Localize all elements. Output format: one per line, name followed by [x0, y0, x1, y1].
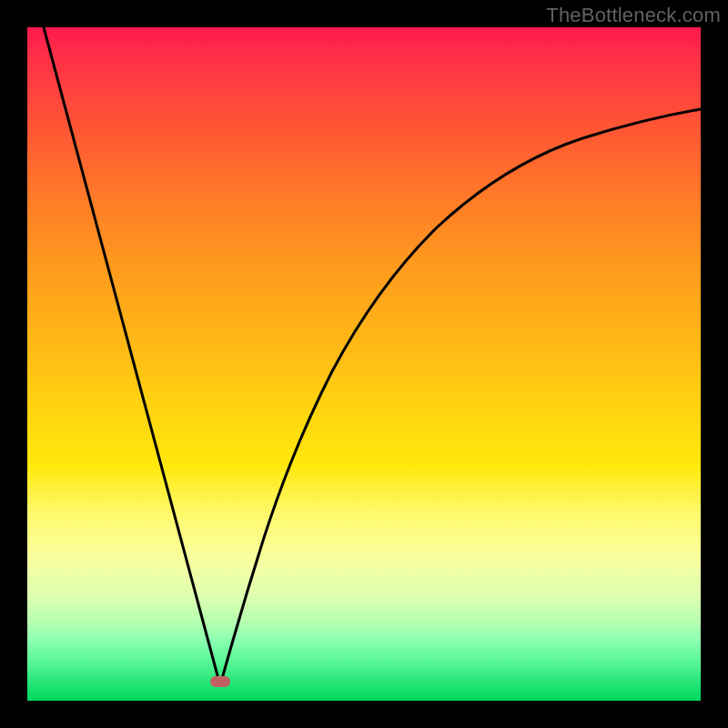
- curve-right-branch: [222, 109, 701, 679]
- optimal-marker: [210, 676, 230, 687]
- chart-frame: TheBottleneck.com: [0, 0, 728, 728]
- watermark-text: TheBottleneck.com: [546, 4, 721, 27]
- plot-area: [27, 27, 701, 701]
- curve-left-branch: [44, 27, 218, 679]
- bottleneck-curve: [27, 27, 701, 701]
